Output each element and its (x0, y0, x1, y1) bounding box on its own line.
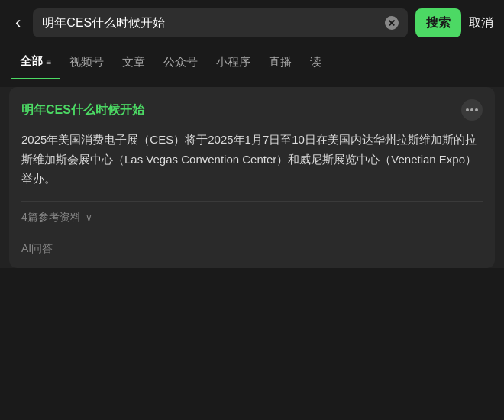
search-query-text[interactable]: 明年CES什么时候开始 (42, 15, 379, 31)
tab-all[interactable]: 全部 ≡ (11, 46, 60, 79)
ai-label-text: AI问答 (21, 242, 53, 254)
back-button[interactable]: ‹ (11, 11, 25, 34)
more-dot-1 (466, 108, 469, 111)
references-link[interactable]: 4篇参考资料 ∨ (21, 201, 483, 225)
search-input-wrapper: 明年CES什么时候开始 (33, 8, 408, 37)
chevron-down-icon: ∨ (86, 212, 92, 223)
ai-card-header: 明年CES什么时候开始 (21, 99, 483, 121)
tab-video[interactable]: 视频号 (60, 46, 113, 79)
ai-card-title: 明年CES什么时候开始 (21, 102, 144, 118)
cancel-button[interactable]: 取消 (469, 15, 493, 31)
tab-article[interactable]: 文章 (113, 46, 154, 79)
content-area: 明年CES什么时候开始 2025年美国消费电子展（CES）将于2025年1月7日… (0, 87, 504, 268)
tab-official[interactable]: 公众号 (154, 46, 207, 79)
filter-icon: ≡ (46, 57, 51, 67)
tab-miniapp[interactable]: 小程序 (207, 46, 260, 79)
references-text: 4篇参考资料 (21, 211, 81, 225)
more-dot-2 (470, 108, 473, 111)
ai-card-body: 2025年美国消费电子展（CES）将于2025年1月7日至10日在美国内达华州拉… (21, 130, 483, 189)
more-options-button[interactable] (461, 99, 483, 121)
tab-read[interactable]: 读 (301, 46, 331, 79)
clear-button[interactable] (385, 16, 399, 30)
ai-answer-label: AI问答 (21, 234, 483, 256)
search-bar: ‹ 明年CES什么时候开始 搜索 取消 (0, 0, 504, 46)
more-dot-3 (475, 108, 478, 111)
tab-live[interactable]: 直播 (260, 46, 301, 79)
search-button[interactable]: 搜索 (415, 8, 461, 37)
ai-answer-card: 明年CES什么时候开始 2025年美国消费电子展（CES）将于2025年1月7日… (9, 87, 495, 268)
filter-tabs: 全部 ≡ 视频号 文章 公众号 小程序 直播 读 (0, 46, 504, 79)
